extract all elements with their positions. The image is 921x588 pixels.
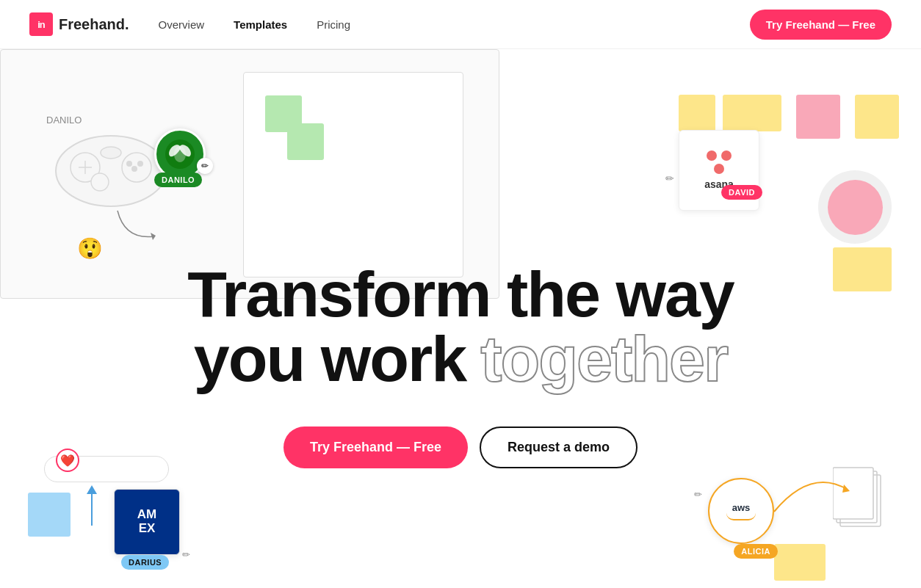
svg-point-6 bbox=[137, 161, 143, 167]
nav-left: in Freehand. Overview Templates Pricing bbox=[29, 12, 350, 36]
pencil-icon-asana: ✏ bbox=[665, 173, 674, 184]
amex-logo-card: AMEX bbox=[114, 489, 180, 555]
controller-decoration bbox=[45, 123, 177, 214]
logo-wordmark: Freehand. bbox=[59, 16, 129, 33]
nav-templates[interactable]: Templates bbox=[234, 18, 287, 31]
arrow-decoration bbox=[110, 203, 169, 250]
aws-logo-circle: aws bbox=[708, 478, 774, 544]
sticky-note-yellow-tr2 bbox=[723, 95, 781, 131]
aws-text: aws bbox=[732, 502, 751, 513]
nav-overview[interactable]: Overview bbox=[159, 18, 205, 31]
emoji-decoration: 😲 bbox=[77, 236, 103, 261]
svg-point-9 bbox=[91, 173, 109, 191]
svg-point-5 bbox=[126, 161, 132, 167]
hero-cta-secondary[interactable]: Request a demo bbox=[480, 427, 638, 468]
blue-square bbox=[28, 493, 71, 537]
svg-point-7 bbox=[131, 166, 137, 172]
sticky-note-yellow-br bbox=[774, 544, 826, 581]
circle-decoration bbox=[818, 170, 892, 244]
circle-inner bbox=[828, 180, 883, 235]
asana-dots-top bbox=[707, 150, 732, 161]
badge-david: DAVID bbox=[721, 185, 762, 200]
hero-cta-primary[interactable]: Try Freehand — Free bbox=[283, 427, 468, 468]
logo-icon: in bbox=[29, 12, 53, 36]
pencil-icon-amex: ✏ bbox=[182, 549, 190, 560]
bottom-left-decoration: ❤️ AMEX ✏ DARIUS bbox=[0, 441, 264, 588]
hero-title-solid: you work bbox=[194, 327, 466, 391]
asana-dot-3 bbox=[714, 164, 724, 174]
badge-darius: DARIUS bbox=[121, 555, 169, 570]
xbox-pencil-badge: ✏ bbox=[197, 158, 213, 174]
hero-title-outline: together bbox=[480, 327, 727, 391]
hero-title-line2: you work together bbox=[187, 327, 734, 391]
sticky-note-pink bbox=[796, 95, 840, 139]
sticky-note-yellow-tr1 bbox=[855, 95, 899, 139]
sticky-note-yellow-bottom bbox=[833, 247, 892, 291]
svg-marker-17 bbox=[842, 484, 850, 493]
asana-logo bbox=[707, 150, 732, 174]
pencil-icon-aws: ✏ bbox=[694, 489, 702, 500]
asana-dot-1 bbox=[707, 150, 717, 161]
heart-icon: ❤️ bbox=[56, 449, 79, 472]
asana-dots-bottom bbox=[714, 164, 724, 174]
hero-title-line1: Transform the way bbox=[187, 262, 734, 327]
arrow-up-decoration bbox=[84, 485, 99, 532]
navbar: in Freehand. Overview Templates Pricing … bbox=[0, 0, 921, 49]
bottom-right-decoration: aws ✏ ALICIA bbox=[701, 441, 921, 588]
hero-text-block: Transform the way you work together bbox=[187, 262, 734, 391]
badge-alicia: ALICIA bbox=[734, 544, 778, 559]
asana-dot-2 bbox=[721, 150, 732, 161]
sticky-note-green-2 bbox=[287, 123, 324, 160]
aws-smile bbox=[726, 513, 756, 520]
hero-section: DANILO ✏ DANILO 😲 bbox=[0, 49, 921, 588]
svg-marker-13 bbox=[87, 485, 97, 494]
aws-arrow bbox=[767, 460, 855, 522]
nav-pricing[interactable]: Pricing bbox=[317, 18, 350, 31]
nav-cta-button[interactable]: Try Freehand — Free bbox=[750, 10, 892, 40]
logo[interactable]: in Freehand. bbox=[29, 12, 129, 36]
hero-cta-buttons: Try Freehand — Free Request a demo bbox=[283, 427, 638, 468]
svg-point-8 bbox=[101, 147, 121, 159]
sticky-note-yellow-tl bbox=[679, 95, 715, 131]
badge-danilo: DANILO bbox=[154, 173, 202, 187]
amex-text: AMEX bbox=[137, 508, 156, 535]
